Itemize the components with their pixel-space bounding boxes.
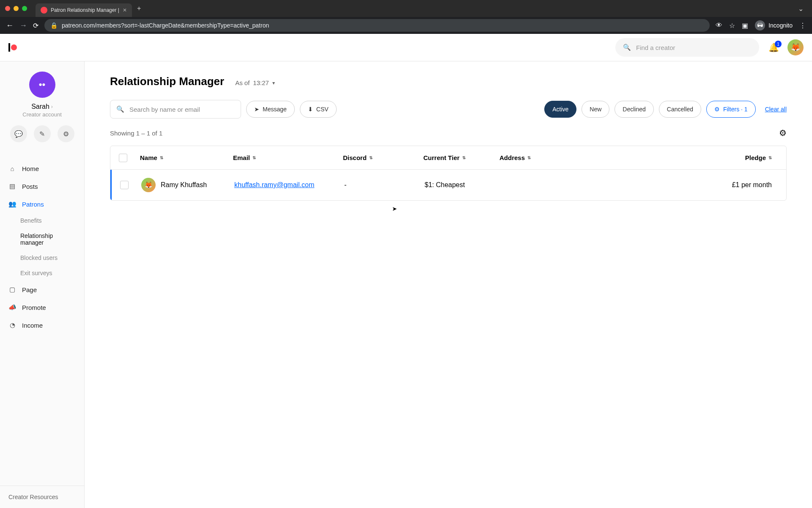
row-checkbox[interactable] [120,181,129,189]
sidebar-sub-relationship-manager[interactable]: Relationship manager [0,228,84,250]
select-all-checkbox[interactable] [119,154,127,162]
sidebar-sub-benefits[interactable]: Benefits [0,213,84,228]
patron-avatar: 🦊 [141,178,156,192]
eye-off-icon[interactable]: 👁 [716,22,722,29]
sliders-icon: ⚙ [714,106,720,113]
as-of-dropdown[interactable]: As of 13:27 ▾ [235,79,275,86]
sidebar-item-home[interactable]: ⌂ Home [0,160,84,177]
table-row[interactable]: 🦊 Ramy Khuffash khuffash.ramy@gmail.com … [110,170,786,200]
sidebar-item-income[interactable]: ◔ Income [0,316,84,334]
kebab-menu-icon[interactable]: ⋮ [799,22,806,30]
col-address[interactable]: Address ⇅ [499,154,571,161]
sidebar-item-patrons[interactable]: 👥 Patrons [0,195,84,213]
creator-name[interactable]: Sarah › [31,103,53,110]
search-members-placeholder: Search by name or email [129,106,200,113]
cell-pledge: £1 per month [573,181,782,189]
star-icon[interactable]: ☆ [729,22,735,30]
search-icon: 🔍 [623,44,631,51]
window-minimize[interactable] [14,6,19,11]
filters-button[interactable]: ⚙ Filters · 1 [706,101,756,118]
page-title: Relationship Manager [110,75,224,88]
gear-icon[interactable]: ⚙ [58,125,74,142]
patreon-logo[interactable] [8,43,17,52]
search-icon: 🔍 [116,105,124,113]
patrons-table: Name ⇅ Email ⇅ Discord ⇅ Current Tier ⇅ … [110,146,787,201]
filter-cancelled[interactable]: Cancelled [659,101,701,118]
extensions-icon[interactable]: ▣ [742,22,748,30]
sort-icon: ⇅ [527,155,531,160]
col-name[interactable]: Name ⇅ [140,154,233,161]
notification-count: 1 [775,41,782,47]
browser-titlebar: Patron Relationship Manager | ✕ + ⌄ [0,0,812,17]
sidebar-nav: ⌂ Home ▤ Posts 👥 Patrons Benefits Relati… [0,160,84,486]
col-discord[interactable]: Discord ⇅ [343,154,423,161]
sort-icon: ⇅ [768,155,772,160]
cell-email: khuffash.ramy@gmail.com [234,181,344,189]
sidebar-item-promote[interactable]: 📣 Promote [0,298,84,316]
col-current-tier[interactable]: Current Tier ⇅ [423,154,499,161]
income-icon: ◔ [8,321,16,329]
new-tab-button[interactable]: + [137,5,141,12]
table-header: Name ⇅ Email ⇅ Discord ⇅ Current Tier ⇅ … [110,146,786,170]
edit-icon[interactable]: ✎ [34,125,51,142]
sidebar: •• Sarah › Creator account 💬 ✎ ⚙ ⌂ Home … [0,61,85,508]
incognito-badge[interactable]: 🕶 Incognito [755,20,793,30]
cell-discord: - [344,181,425,189]
window-maximize[interactable] [22,6,27,11]
tab-close-icon[interactable]: ✕ [123,7,127,13]
search-creator-input[interactable]: 🔍 Find a creator [615,38,759,57]
sort-icon: ⇅ [462,155,466,160]
table-settings-icon[interactable]: ⚙ [779,128,787,138]
cell-name: 🦊 Ramy Khuffash [141,178,234,192]
email-link[interactable]: khuffash.ramy@gmail.com [234,181,314,188]
promote-icon: 📣 [8,304,16,311]
sort-icon: ⇅ [160,155,163,160]
posts-icon: ▤ [8,182,16,190]
sidebar-footer-creator-resources[interactable]: Creator Resources [0,486,84,508]
filter-active[interactable]: Active [544,101,576,118]
browser-toolbar: ← → ⟳ 🔒 patreon.com/members?sort=-lastCh… [0,17,812,34]
url-field[interactable]: 🔒 patreon.com/members?sort=-lastChargeDa… [44,19,710,32]
main-content: Relationship Manager As of 13:27 ▾ 🔍 Sea… [85,61,812,508]
filter-declined[interactable]: Declined [614,101,653,118]
clear-all-link[interactable]: Clear all [765,106,787,113]
incognito-icon: 🕶 [755,20,765,30]
notifications-button[interactable]: 🔔 1 [768,42,779,52]
lock-icon: 🔒 [50,22,58,29]
sidebar-sub-exit-surveys[interactable]: Exit surveys [0,265,84,281]
chat-icon[interactable]: 💬 [10,125,27,142]
patrons-icon: 👥 [8,200,16,208]
sidebar-sub-blocked-users[interactable]: Blocked users [0,250,84,265]
creator-block: •• Sarah › Creator account 💬 ✎ ⚙ [0,72,84,151]
cell-tier: $1: Cheapest [425,181,501,189]
csv-button[interactable]: ⬇ CSV [300,101,337,118]
message-button[interactable]: ➤ Message [246,101,295,118]
toolbar: 🔍 Search by name or email ➤ Message ⬇ CS… [110,100,787,119]
chevron-right-icon: › [51,104,53,110]
reload-icon[interactable]: ⟳ [33,22,38,30]
window-close[interactable] [5,6,10,11]
search-members-input[interactable]: 🔍 Search by name or email [110,100,241,119]
browser-tab[interactable]: Patron Relationship Manager | ✕ [36,3,132,17]
creator-role: Creator account [22,111,62,118]
tab-title: Patron Relationship Manager | [51,7,119,13]
sidebar-item-posts[interactable]: ▤ Posts [0,177,84,195]
filter-new[interactable]: New [582,101,609,118]
sort-icon: ⇅ [369,155,373,160]
send-icon: ➤ [254,106,259,113]
page-icon: ▢ [8,286,16,293]
user-avatar[interactable]: 🦊 [787,39,804,55]
col-pledge[interactable]: Pledge ⇅ [571,154,782,161]
url-text: patreon.com/members?sort=-lastChargeDate… [62,22,269,29]
col-email[interactable]: Email ⇅ [233,154,343,161]
download-icon: ⬇ [308,106,313,113]
sidebar-item-page[interactable]: ▢ Page [0,281,84,298]
result-count: Showing 1 – 1 of 1 [110,130,162,137]
sort-icon: ⇅ [252,155,256,160]
chevron-down-icon: ▾ [272,80,275,86]
search-creator-placeholder: Find a creator [636,44,675,51]
tabs-overflow-icon[interactable]: ⌄ [798,5,804,13]
creator-avatar[interactable]: •• [29,72,55,98]
incognito-label: Incognito [768,22,793,29]
nav-back-icon[interactable]: ← [6,21,14,30]
